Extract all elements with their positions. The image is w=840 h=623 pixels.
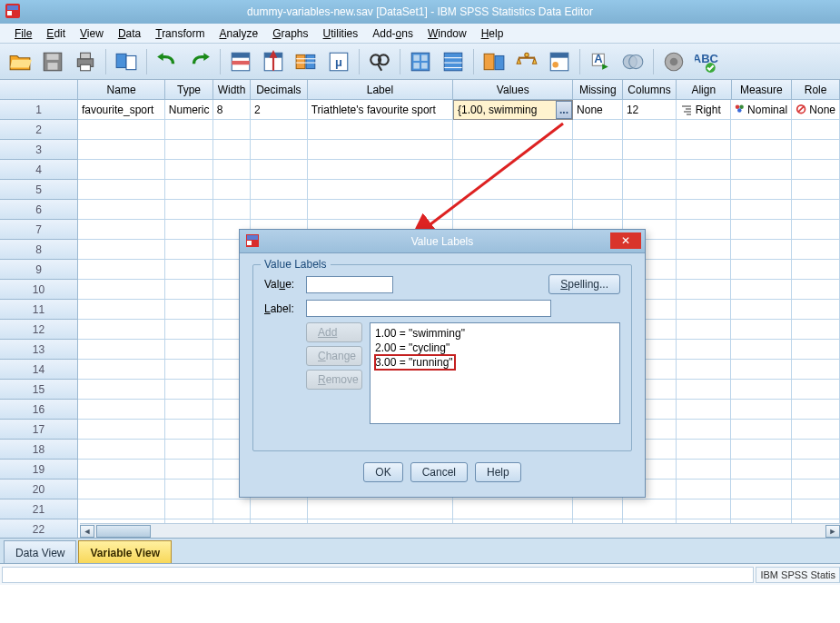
empty-cell[interactable] xyxy=(792,160,840,180)
empty-cell[interactable] xyxy=(165,200,213,220)
col-missing[interactable]: Missing xyxy=(573,80,623,100)
col-label[interactable]: Label xyxy=(308,80,454,100)
spelling-button[interactable]: Spelling... xyxy=(548,274,620,294)
empty-cell[interactable] xyxy=(792,480,840,499)
empty-cell[interactable] xyxy=(677,120,732,140)
empty-cell[interactable] xyxy=(623,140,677,160)
empty-cell[interactable] xyxy=(165,160,213,180)
empty-cell[interactable] xyxy=(213,120,251,140)
menu-transform[interactable]: Transform xyxy=(148,25,212,43)
row-num[interactable]: 22 xyxy=(0,519,78,538)
empty-cell[interactable] xyxy=(165,320,213,340)
empty-cell[interactable] xyxy=(731,380,792,400)
open-icon[interactable] xyxy=(5,47,35,76)
empty-cell[interactable] xyxy=(677,320,732,340)
empty-cell[interactable] xyxy=(165,120,213,140)
row-num[interactable]: 17 xyxy=(0,420,78,440)
empty-cell[interactable] xyxy=(78,400,165,420)
empty-cell[interactable] xyxy=(308,160,453,180)
empty-cell[interactable] xyxy=(731,360,792,380)
goto-variable-icon[interactable] xyxy=(259,47,288,76)
empty-cell[interactable] xyxy=(78,240,165,260)
row-num[interactable]: 15 xyxy=(0,380,78,400)
empty-cell[interactable] xyxy=(78,160,165,180)
empty-cell[interactable] xyxy=(623,180,677,200)
empty-cell[interactable] xyxy=(573,140,623,160)
empty-cell[interactable] xyxy=(792,380,840,400)
empty-cell[interactable] xyxy=(792,220,840,240)
menu-data[interactable]: Data xyxy=(111,25,148,43)
empty-cell[interactable] xyxy=(731,320,792,340)
empty-cell[interactable] xyxy=(213,200,251,220)
empty-cell[interactable] xyxy=(731,140,792,160)
list-item[interactable]: 2.00 = "cycling" xyxy=(375,341,615,355)
empty-cell[interactable] xyxy=(792,460,840,480)
row-num[interactable]: 4 xyxy=(0,160,78,180)
row-num[interactable]: 3 xyxy=(0,140,78,160)
empty-cell[interactable] xyxy=(165,340,213,360)
empty-cell[interactable] xyxy=(165,440,213,460)
empty-cell[interactable] xyxy=(165,180,213,200)
empty-cell[interactable] xyxy=(677,440,732,460)
cell-values-1[interactable]: {1.00, swimming ... xyxy=(453,100,573,120)
empty-cell[interactable] xyxy=(165,499,213,519)
variables-icon[interactable] xyxy=(292,47,321,76)
empty-cell[interactable] xyxy=(677,280,732,300)
empty-cell[interactable] xyxy=(251,120,308,140)
empty-cell[interactable] xyxy=(78,380,165,400)
values-button-icon[interactable]: ... xyxy=(556,101,572,119)
empty-cell[interactable] xyxy=(165,220,213,240)
row-num[interactable]: 19 xyxy=(0,460,78,480)
empty-cell[interactable] xyxy=(731,160,792,180)
menu-analyze[interactable]: Analyze xyxy=(212,25,265,43)
spellcheck-icon[interactable]: ABC xyxy=(692,47,721,76)
empty-cell[interactable] xyxy=(165,360,213,380)
list-item[interactable]: 3.00 = "running" xyxy=(375,355,615,370)
list-item[interactable]: 1.00 = "swimming" xyxy=(375,326,615,341)
empty-cell[interactable] xyxy=(165,140,213,160)
empty-cell[interactable] xyxy=(792,320,840,340)
empty-cell[interactable] xyxy=(308,180,453,200)
scroll-left-icon[interactable]: ◄ xyxy=(80,525,94,538)
empty-cell[interactable] xyxy=(731,400,792,420)
empty-cell[interactable] xyxy=(308,140,453,160)
cell-label-1[interactable]: Triathlete's favourite sport xyxy=(308,100,453,120)
empty-cell[interactable] xyxy=(677,240,732,260)
goto-case-icon[interactable] xyxy=(226,47,255,76)
empty-cell[interactable] xyxy=(78,180,165,200)
empty-cell[interactable] xyxy=(78,220,165,240)
col-align[interactable]: Align xyxy=(677,80,732,100)
empty-cell[interactable] xyxy=(731,480,792,499)
empty-cell[interactable] xyxy=(78,260,165,280)
empty-cell[interactable] xyxy=(792,440,840,460)
menu-edit[interactable]: Edit xyxy=(39,25,73,43)
empty-cell[interactable] xyxy=(731,280,792,300)
col-type[interactable]: Type xyxy=(165,80,213,100)
row-num[interactable]: 14 xyxy=(0,360,78,380)
col-columns[interactable]: Columns xyxy=(623,80,677,100)
empty-cell[interactable] xyxy=(792,420,840,440)
empty-cell[interactable] xyxy=(165,460,213,480)
row-num-1[interactable]: 1 xyxy=(0,100,78,120)
empty-cell[interactable] xyxy=(731,180,792,200)
empty-cell[interactable] xyxy=(573,180,623,200)
empty-cell[interactable] xyxy=(731,220,792,240)
empty-cell[interactable] xyxy=(78,120,165,140)
empty-cell[interactable] xyxy=(251,499,308,519)
empty-cell[interactable] xyxy=(792,120,840,140)
value-labels-list[interactable]: 1.00 = "swimming" 2.00 = "cycling" 3.00 … xyxy=(370,322,620,424)
tab-variable-view[interactable]: Variable View xyxy=(78,540,172,563)
value-input[interactable] xyxy=(306,276,393,293)
weight-icon[interactable] xyxy=(512,47,541,76)
col-width[interactable]: Width xyxy=(213,80,251,100)
empty-cell[interactable] xyxy=(731,260,792,280)
col-decimals[interactable]: Decimals xyxy=(251,80,308,100)
empty-cell[interactable] xyxy=(731,340,792,360)
scroll-thumb[interactable] xyxy=(96,525,151,538)
empty-cell[interactable] xyxy=(573,200,623,220)
empty-cell[interactable] xyxy=(78,360,165,380)
find-icon[interactable] xyxy=(365,47,394,76)
empty-cell[interactable] xyxy=(677,220,732,240)
empty-cell[interactable] xyxy=(78,340,165,360)
menu-file[interactable]: File xyxy=(7,25,39,43)
